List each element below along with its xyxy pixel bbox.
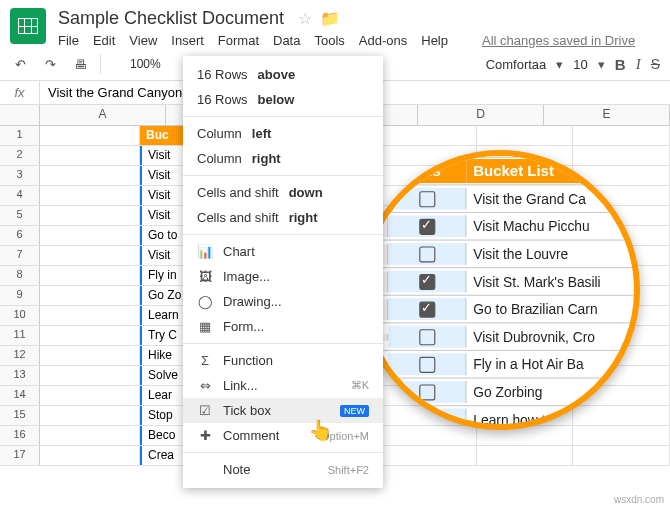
- list-item[interactable]: Visit the Louvre: [466, 244, 640, 265]
- folder-icon[interactable]: 📁: [320, 9, 340, 28]
- image-icon: 🖼: [197, 269, 213, 284]
- checkbox-icon[interactable]: [419, 357, 435, 373]
- insert-cells-shift-down[interactable]: Cells and shift down: [183, 180, 383, 205]
- insert-drawing[interactable]: ◯Drawing...: [183, 289, 383, 314]
- row-header[interactable]: 15: [0, 406, 40, 425]
- zoom-level[interactable]: 100%: [130, 57, 161, 71]
- row-header[interactable]: 16: [0, 426, 40, 445]
- insert-note[interactable]: NoteShift+F2: [183, 457, 383, 482]
- insert-cells-shift-right[interactable]: Cells and shift right: [183, 205, 383, 230]
- checkbox-icon[interactable]: [419, 330, 435, 346]
- print-icon[interactable]: 🖶: [70, 54, 90, 74]
- italic-button[interactable]: I: [636, 56, 641, 73]
- checkbox-icon[interactable]: [419, 274, 435, 290]
- insert-rows-above[interactable]: 16 Rows above: [183, 62, 383, 87]
- checkbox-icon[interactable]: [419, 302, 435, 318]
- col-header-a[interactable]: A: [40, 105, 166, 125]
- insert-link[interactable]: ⇔Link...⌘K: [183, 373, 383, 398]
- font-size[interactable]: 10: [573, 57, 587, 72]
- insert-image[interactable]: 🖼Image...: [183, 264, 383, 289]
- row-header[interactable]: 11: [0, 326, 40, 345]
- row-header[interactable]: 4: [0, 186, 40, 205]
- menu-data[interactable]: Data: [273, 33, 300, 48]
- divider: [183, 452, 383, 453]
- redo-icon[interactable]: ↷: [40, 54, 60, 74]
- function-icon: Σ: [197, 353, 213, 368]
- magnifier-annotation: A StatusBucket List Visit the Grand Ca 3…: [360, 150, 640, 430]
- link-icon: ⇔: [197, 378, 213, 393]
- menu-bar: File Edit View Insert Format Data Tools …: [58, 33, 635, 48]
- select-all-corner[interactable]: [0, 105, 40, 125]
- insert-chart[interactable]: 📊Chart: [183, 239, 383, 264]
- row-header[interactable]: 14: [0, 386, 40, 405]
- row-header[interactable]: 9: [0, 286, 40, 305]
- checkbox-icon[interactable]: [419, 219, 435, 235]
- list-item[interactable]: Visit St. Mark's Basili: [466, 271, 640, 292]
- insert-column-right[interactable]: Column right: [183, 146, 383, 171]
- insert-rows-below[interactable]: 16 Rows below: [183, 87, 383, 112]
- strike-button[interactable]: S: [651, 56, 660, 72]
- checkbox-icon[interactable]: [419, 247, 435, 263]
- row-header[interactable]: 3: [0, 166, 40, 185]
- insert-column-left[interactable]: Column left: [183, 121, 383, 146]
- insert-function[interactable]: ΣFunction: [183, 348, 383, 373]
- row-header[interactable]: 5: [0, 206, 40, 225]
- save-status[interactable]: All changes saved in Drive: [482, 33, 635, 48]
- insert-menu-dropdown: 16 Rows above 16 Rows below Column left …: [183, 56, 383, 488]
- divider: [100, 54, 120, 74]
- divider: [183, 175, 383, 176]
- divider: [183, 116, 383, 117]
- menu-file[interactable]: File: [58, 33, 79, 48]
- row-header[interactable]: 12: [0, 346, 40, 365]
- menu-tools[interactable]: Tools: [314, 33, 344, 48]
- watermark: wsxdn.com: [614, 494, 664, 505]
- menu-insert[interactable]: Insert: [171, 33, 204, 48]
- row-header[interactable]: 10: [0, 306, 40, 325]
- list-item[interactable]: Visit Machu Picchu: [466, 216, 640, 237]
- col-header-e[interactable]: E: [544, 105, 670, 125]
- divider: [183, 234, 383, 235]
- undo-icon[interactable]: ↶: [10, 54, 30, 74]
- row-header[interactable]: 2: [0, 146, 40, 165]
- col-header-d[interactable]: D: [418, 105, 544, 125]
- insert-tickbox[interactable]: ☑Tick boxNEW: [183, 398, 383, 423]
- row-header[interactable]: 8: [0, 266, 40, 285]
- list-item[interactable]: Visit Dubrovnik, Cro: [466, 326, 640, 347]
- comment-icon: ✚: [197, 428, 213, 443]
- chart-icon: 📊: [197, 244, 213, 259]
- menu-help[interactable]: Help: [421, 33, 448, 48]
- checkbox-icon[interactable]: [419, 385, 435, 401]
- bold-button[interactable]: B: [615, 56, 626, 73]
- star-icon[interactable]: ☆: [298, 9, 312, 28]
- row-header[interactable]: 13: [0, 366, 40, 385]
- document-title[interactable]: Sample Checklist Document: [58, 8, 284, 29]
- menu-format[interactable]: Format: [218, 33, 259, 48]
- fx-label: fx: [0, 81, 40, 104]
- menu-addons[interactable]: Add-ons: [359, 33, 407, 48]
- row-header[interactable]: 1: [0, 126, 40, 145]
- font-picker[interactable]: Comfortaa: [486, 57, 547, 72]
- insert-form[interactable]: ▦Form...: [183, 314, 383, 339]
- form-icon: ▦: [197, 319, 213, 334]
- insert-comment[interactable]: ✚Comment+Option+M: [183, 423, 383, 448]
- sheets-logo: [10, 8, 46, 44]
- checkbox-icon[interactable]: [419, 192, 435, 208]
- row-header[interactable]: 6: [0, 226, 40, 245]
- pointer-cursor-icon: 👆: [308, 418, 333, 442]
- divider: [183, 343, 383, 344]
- menu-edit[interactable]: Edit: [93, 33, 115, 48]
- row-header[interactable]: 17: [0, 446, 40, 465]
- checkbox-icon: ☑: [197, 403, 213, 418]
- menu-view[interactable]: View: [129, 33, 157, 48]
- list-item[interactable]: Go to Brazilian Carn: [466, 299, 640, 320]
- row-header[interactable]: 7: [0, 246, 40, 265]
- drawing-icon: ◯: [197, 294, 213, 309]
